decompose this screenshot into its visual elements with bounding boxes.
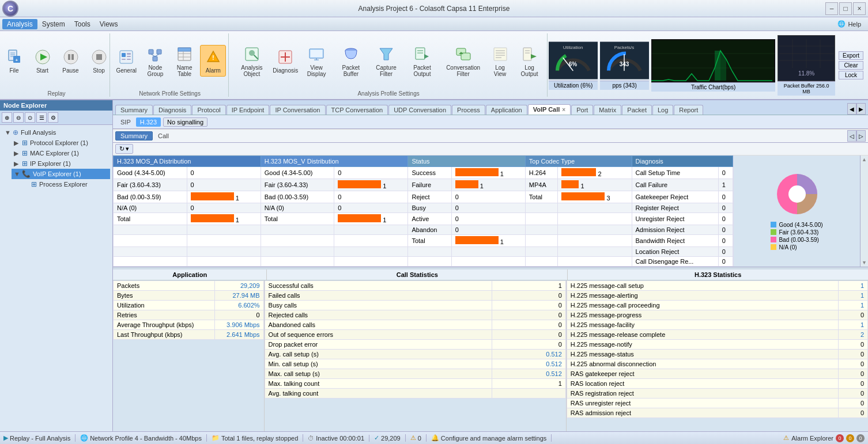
clear-button[interactable]: Clear [839,61,863,70]
sidebar-item-process-explorer[interactable]: ⊞ Process Explorer [21,179,110,189]
traffic-chart-label: Traffic Chart(bps) [651,82,775,92]
table-row: Location Reject 0 [114,247,733,257]
expand-icon-protocol: ▶ [14,139,20,147]
codec-empty-val [558,203,632,213]
tab-process[interactable]: Process [452,105,485,115]
packet-buffer-button[interactable]: Packet Buffer [334,43,367,79]
sidebar-item-protocol-explorer[interactable]: ▶ ⊞ Protocol Explorer (1) [12,138,110,148]
name-table-button[interactable]: Name Table [171,43,198,79]
sidebar-item-voip-explorer[interactable]: ▼ 📞 VoIP Explorer (1) [12,169,110,179]
sidebar-item-full-analysis[interactable]: ▼ ⊕ Full Analysis [2,127,110,138]
view-tab-call[interactable]: Call [153,131,174,141]
codec-empty-label [525,203,558,213]
tab-voip-call[interactable]: VoIP Call × [528,104,571,115]
menu-system[interactable]: System [37,19,70,29]
tab-matrix[interactable]: Matrix [594,105,621,115]
menu-views[interactable]: Views [95,19,123,29]
capture-filter-label: Capture Filter [373,64,399,77]
sub-tab-sip[interactable]: SIP [115,117,136,127]
sub-tab-h323[interactable]: H.323 [136,117,161,127]
scroll-up[interactable]: ▲ [862,157,867,162]
sidebar-tb-btn-4[interactable]: ☰ [36,112,47,123]
export-button[interactable]: Export [839,51,863,60]
tab-ip-conversation[interactable]: IP Conversation [270,105,325,115]
svg-marker-42 [380,48,393,60]
capture-filter-button[interactable]: Capture Filter [369,43,402,79]
timer-icon: ⏱ [308,435,314,442]
tab-log[interactable]: Log [652,105,673,115]
legend-good-color [771,222,776,227]
log-view-button[interactable]: Log View [487,43,513,79]
tab-ip-endpoint[interactable]: IP Endpoint [227,105,270,115]
tab-udp-conversation[interactable]: UDP Conversation [388,105,451,115]
alarm-button[interactable]: ! Alarm [200,45,226,77]
network-profile-buttons: General Node Group Name Table ! Alarm [114,33,227,88]
stop-button[interactable]: Stop [86,45,112,76]
sidebar-item-ip-explorer[interactable]: ▶ ⊞ IP Explorer (1) [12,158,110,169]
application-section-header: Application [113,270,267,280]
codec-header: Top Codec Type [525,156,632,167]
stats-table-area: H.323 MOS_A Distribution H.323 MOS_V Dis… [113,155,733,267]
conversation-filter-button[interactable]: Conversation Filter [441,43,485,79]
analysis-object-button[interactable]: Analysis Object [233,43,270,79]
tab-tcp-conversation[interactable]: TCP Conversation [326,105,388,115]
sidebar-item-mac-explorer[interactable]: ▶ ⊞ MAC Explorer (1) [12,148,110,158]
packet-output-button[interactable]: Packet Output [405,43,439,79]
tab-report[interactable]: Report [674,105,703,115]
check-icon: ✓ [374,434,379,442]
codec-mp4a-label: MP4A [525,179,558,191]
svg-rect-13 [120,51,133,63]
sub-tab-no-signaling[interactable]: No signalling [163,117,207,127]
alarm-config-icon: 🔔 [431,434,439,442]
pause-button[interactable]: Pause [58,45,84,76]
view-tab-summary[interactable]: Summary [115,131,153,141]
tab-summary[interactable]: Summary [115,105,153,115]
tab-port[interactable]: Port [571,105,593,115]
view-display-button[interactable]: View Display [301,43,333,79]
node-group-button[interactable]: Node Group [142,43,169,79]
lock-button[interactable]: Lock [839,71,863,79]
status-alarm-config[interactable]: 🔔 Configure and manage alarm settings [431,434,552,442]
tab-close-voip[interactable]: × [562,107,565,113]
view-tab-collapse-right[interactable]: ▷ [856,130,866,142]
tab-packet[interactable]: Packet [622,105,652,115]
mos-a-total-val: 1 [187,213,261,225]
start-button[interactable]: Start [29,45,55,76]
sidebar-tb-btn-1[interactable]: ⊕ [2,112,12,123]
legend-na-label: N/A (0) [779,244,797,251]
menu-tools[interactable]: Tools [70,19,95,29]
tab-right-arrow[interactable]: ▶ [856,103,866,115]
mos-v-fair-val: 1 [334,179,408,191]
table-row: RAS gatekeeper reject 0 [567,369,867,379]
close-button[interactable]: × [853,2,866,15]
scroll-down[interactable]: ▼ [862,260,867,265]
tab-left-arrow[interactable]: ◀ [847,103,856,115]
restore-button[interactable]: □ [839,2,852,15]
log-output-button[interactable]: Log Output [515,43,544,79]
minimize-button[interactable]: – [825,2,838,15]
table-row: H.225 message-progress 0 [567,310,867,320]
refresh-button[interactable]: ↻ ▾ [115,144,133,154]
network-profile-status-label: Network Profile 4 - Bandwidth - 40Mbps [90,435,202,442]
general-button[interactable]: General [114,45,139,76]
table-row: Average Throughput (kbps) 3.906 Mbps [114,320,264,330]
tab-protocol[interactable]: Protocol [192,105,225,115]
mos-v-fair-label: Fair (3.60-4.33) [261,179,334,191]
tab-diagnosis[interactable]: Diagnosis [153,105,191,115]
packet-output-icon [413,45,431,63]
view-tab-collapse-left[interactable]: ◁ [847,130,856,142]
menu-analysis[interactable]: Analysis [2,19,37,29]
codec-e2 [558,225,632,235]
ip-icon: ⊞ [22,160,28,168]
app-last-throughput-label: Last Throughput (kbps) [114,330,215,340]
file-button[interactable]: + File [1,45,27,76]
sidebar-tb-btn-2[interactable]: ⊖ [13,112,24,123]
table-row: Bytes 27.94 MB [114,291,264,301]
help-button[interactable]: 🌐 Help [833,19,866,29]
diagnosis-button[interactable]: Diagnosis [273,45,299,76]
table-row: Retries 0 [114,310,264,320]
tab-application[interactable]: Application [486,105,527,115]
sidebar-tb-btn-3[interactable]: ⊙ [25,112,35,123]
sidebar-tb-btn-5[interactable]: ⚙ [48,112,58,123]
general-icon [117,48,135,66]
